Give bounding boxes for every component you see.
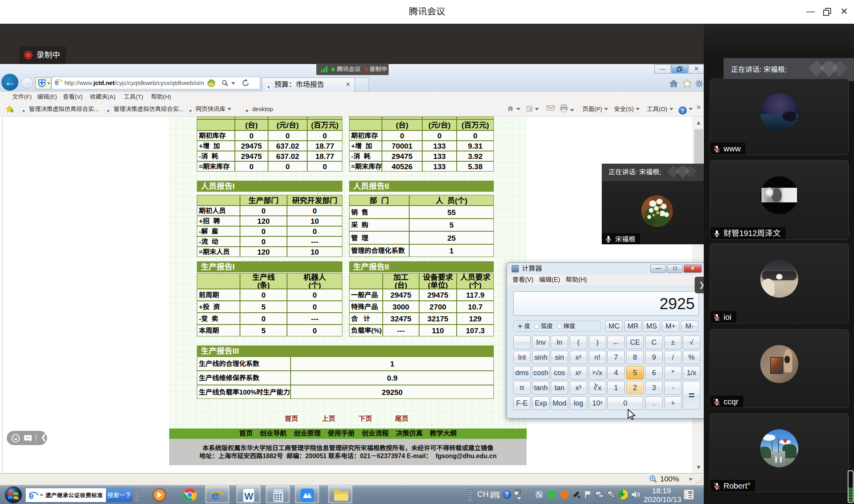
svg-text:W: W: [244, 491, 253, 502]
svg-text:e: e: [212, 488, 219, 502]
